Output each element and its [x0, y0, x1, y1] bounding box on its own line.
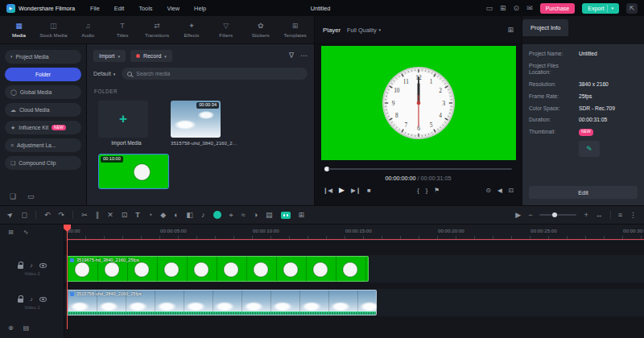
sidebar-item-adjustment-layer[interactable]: ≡ Adjustment La... [5, 138, 81, 152]
next-frame-icon[interactable]: ▶❙ [351, 187, 361, 194]
chroma-key-icon[interactable]: ◐ [174, 212, 178, 219]
track-layout-icon[interactable]: ≡ [618, 212, 622, 219]
sidebar-item-cloud-media[interactable]: ☁ Cloud Media [5, 103, 81, 117]
crop-icon[interactable]: ⊡ [122, 212, 128, 219]
speed-icon[interactable]: ◔ [148, 212, 152, 219]
tab-media[interactable]: ▦ Media [2, 16, 36, 43]
quality-dropdown[interactable]: Full Quality ▾ [347, 27, 381, 34]
filter-icon[interactable]: ∇ [289, 52, 294, 60]
stabilize-icon[interactable]: ≈ [242, 212, 246, 219]
menu-file[interactable]: File [85, 5, 105, 12]
fit-timeline-icon[interactable]: ↔ [596, 212, 603, 219]
text-tool-icon[interactable]: T [135, 212, 140, 219]
export-chevron-icon[interactable]: ▾ [611, 6, 613, 10]
preview-viewport[interactable]: 123456789101112 [321, 46, 516, 160]
menu-help[interactable]: Help [188, 5, 212, 12]
tab-project-info[interactable]: Project Info [522, 19, 568, 36]
share-icon[interactable]: ⇱ [626, 3, 638, 14]
fullscreen-icon[interactable]: ⊡ [509, 187, 514, 194]
delete-folder-icon[interactable]: ▭ [27, 193, 35, 200]
workspace-layout-icon[interactable]: ⊞ [500, 5, 506, 12]
render-preview-icon[interactable]: ▶ [515, 212, 521, 219]
ai-copilot-icon[interactable] [281, 212, 291, 219]
hide-track-icon[interactable] [39, 263, 47, 268]
audio-mixer-icon[interactable]: ▤ [23, 325, 30, 332]
track-lane-video1[interactable]: 3515758-uhd_3840_2160_25fps [64, 289, 644, 316]
lock-track-icon[interactable] [18, 299, 23, 303]
sidebar-item-global-media[interactable]: ◯ Global Media [5, 85, 81, 99]
zoom-slider[interactable] [539, 214, 576, 216]
menu-tools[interactable]: Tools [133, 5, 158, 12]
delete-icon[interactable]: ✕ [107, 212, 114, 219]
zoom-in-icon[interactable]: + [584, 212, 588, 219]
marker-icon[interactable]: ⚑ [434, 187, 440, 194]
scissors-icon[interactable]: ✂ [81, 212, 88, 219]
snapshot-icon[interactable]: ⊙ [486, 187, 491, 194]
tab-stickers[interactable]: ✿ Stickers [243, 16, 278, 43]
play-icon[interactable]: ▶ [339, 186, 345, 194]
color-icon[interactable]: ◑ [254, 212, 258, 219]
sidebar-item-compound-clip[interactable]: ❏ Compound Clip [5, 156, 81, 170]
zoom-out-icon[interactable]: − [528, 212, 532, 219]
timeline-clip-sky[interactable]: 3515758-uhd_3840_2160_25fps [67, 290, 377, 315]
mask-icon[interactable]: ◧ [187, 212, 194, 219]
mute-track-icon[interactable]: ♪ [30, 262, 33, 268]
lock-track-icon[interactable] [18, 265, 23, 269]
ai-feature-icon[interactable] [213, 211, 221, 219]
manage-tracks-icon[interactable]: ⊞ [8, 229, 14, 236]
notifications-icon[interactable]: ⊙ [514, 5, 520, 12]
search-input[interactable] [136, 71, 302, 76]
playback-progress[interactable] [324, 167, 512, 171]
more-icon[interactable]: ⋮ [630, 212, 637, 219]
messages-icon[interactable]: ✉ [526, 5, 533, 12]
media-clock-thumbnail[interactable]: 00:10:00 [98, 154, 169, 189]
track-lane-video2[interactable]: 3519675-hd_3840_2160_25fps [64, 255, 644, 282]
device-icon[interactable]: ▭ [486, 5, 493, 12]
edit-button[interactable]: Edit [529, 186, 638, 199]
hide-track-icon[interactable] [39, 297, 47, 302]
timeline-clip-clock[interactable]: 3519675-hd_3840_2160_25fps [67, 256, 369, 282]
audio-detach-icon[interactable]: ♪ [201, 212, 205, 219]
more-options-icon[interactable]: ⋯ [300, 52, 308, 60]
tab-titles[interactable]: T Titles [105, 16, 140, 43]
mute-track-icon[interactable]: ♪ [30, 296, 33, 302]
tab-templates[interactable]: ⊞ Templates [278, 16, 312, 43]
menu-edit[interactable]: Edit [109, 5, 130, 12]
sidebar-item-folder[interactable]: Folder [5, 68, 81, 81]
record-button[interactable]: Record ▾ [130, 50, 172, 62]
mark-in-icon[interactable]: { [417, 187, 419, 194]
redo-icon[interactable]: ↷ [59, 212, 65, 219]
previous-frame-icon[interactable]: ❙◀ [323, 187, 332, 194]
snapping-icon[interactable]: ∿ [23, 229, 29, 236]
plugin-icon[interactable]: ⊞ [299, 212, 305, 219]
add-track-icon[interactable]: ⊕ [8, 325, 14, 332]
motion-tracking-icon[interactable]: ⌖ [229, 212, 233, 219]
thumbnail-edit-box[interactable]: ✎ [579, 141, 600, 157]
sort-dropdown[interactable]: Default ▾ [93, 71, 115, 76]
media-clip-thumbnail[interactable]: 00:00:34 [171, 101, 221, 138]
tab-filters[interactable]: ▽ Filters [208, 16, 243, 43]
split-icon[interactable]: ∥ [96, 212, 100, 219]
undo-icon[interactable]: ↶ [44, 212, 51, 219]
timeline-ruler[interactable]: 00:00 00:00:05:00 00:00:10:00 00:00:15:0… [64, 225, 644, 241]
tab-stock-media[interactable]: ◫ Stock Media [36, 16, 71, 43]
pointer-tool-icon[interactable]: ➤ [6, 210, 15, 220]
purchase-button[interactable]: Purchase [540, 3, 576, 14]
stop-icon[interactable]: ■ [367, 187, 371, 194]
new-folder-icon[interactable]: ❏ [10, 193, 16, 200]
import-media-tile[interactable]: + [98, 101, 148, 138]
tab-transitions[interactable]: ⇄ Transitions [140, 16, 175, 43]
detach-player-icon[interactable]: ⊞ [507, 27, 514, 34]
sidebar-item-influence-kit[interactable]: ★ Influence Kit NEW [5, 121, 81, 134]
menu-view[interactable]: View [161, 5, 185, 12]
mark-out-icon[interactable]: } [426, 187, 428, 194]
import-button[interactable]: Import ▾ [93, 50, 126, 62]
tab-audio[interactable]: ♫ Audio [71, 16, 105, 43]
export-button[interactable]: Export ▾ [582, 3, 619, 14]
sidebar-item-project-media[interactable]: ▾ Project Media [5, 50, 81, 64]
marquee-select-icon[interactable]: ◻ [22, 212, 27, 219]
volume-icon[interactable]: ◀ [497, 187, 502, 194]
tab-effects[interactable]: ✦ Effects [174, 16, 208, 43]
mixer-icon[interactable]: ▤ [266, 212, 273, 219]
keyframe-icon[interactable]: ◆ [160, 212, 166, 219]
